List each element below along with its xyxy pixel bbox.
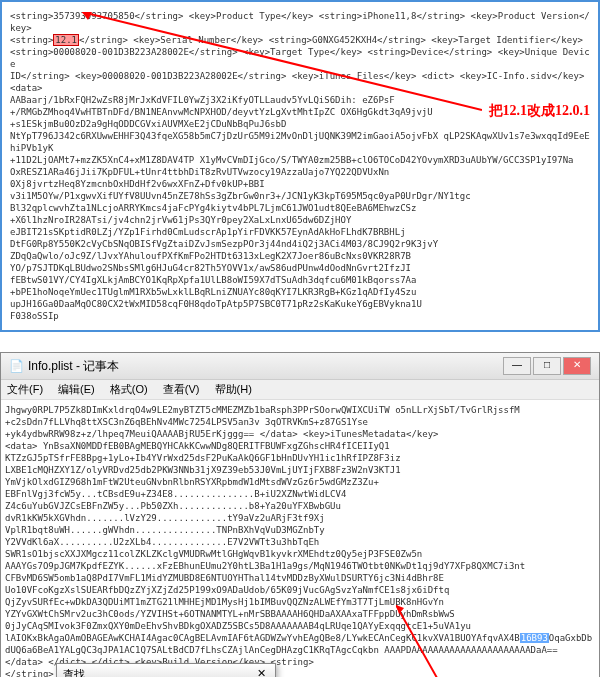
text-line: DtFG0Rp8Y550K2cVyCbSNqOBISfVgZtaiDZvJsmS… — [10, 239, 438, 249]
text-line: +X6l1hzNroIR28ATsi/jv4chn2jrVw61jPs3QYr0… — [10, 215, 351, 225]
menu-edit[interactable]: 编辑(E) — [58, 383, 95, 395]
text-line: eJBIT21sSKptidR0LZj/YZp1Firhd0CmLudscrAp… — [10, 227, 406, 237]
text-line: OxRESZ1ARa46jJii7KpDFUL+tUnr4ttbhDiT8zRv… — [10, 167, 389, 177]
find-close-button[interactable]: ✕ — [253, 667, 269, 677]
notepad-window: 📄 Info.plist - 记事本 — □ ✕ 文件(F) 编辑(E) 格式(… — [0, 352, 600, 677]
minimize-button[interactable]: — — [503, 357, 531, 375]
text-line: Bl32qplcwvhZta1NLcjoARRYKmcs4jaFcPYg4kiy… — [10, 203, 416, 213]
highlight-12-1: 12.1 — [53, 34, 79, 46]
find-dialog: 查找 ✕ 查找内容(N): 查找下一个(F) 区分大小写(C) 方向 向上(U)… — [56, 663, 276, 677]
text-line: NtYpT796J342c6RXUwwEHHF3Q43fqeXG58b5mC7j… — [10, 131, 590, 153]
text-line: <string>00008020-001D3B223A28002E</strin… — [10, 47, 590, 69]
text-line: <string>357393093705850</string> <key>Pr… — [10, 11, 590, 33]
text-line: ID</string> <key>00008020-001D3B223A2800… — [10, 71, 584, 93]
text-line: v3i1M5OYw/P1xgwvXifUYfV8UUvn45nZE78hSs3g… — [10, 191, 471, 201]
text-line: </string> <key>Serial Number</key> <stri… — [79, 35, 583, 45]
text-line: +bPE1hoNoqeYmUec1TUglmM1RXb5wLxklLBqRLni… — [10, 287, 416, 297]
notepad-content[interactable]: Jhgwy0RPL7P5Zk8DImKxldrqO4w9LE2myBTZT5cM… — [1, 400, 599, 677]
file-icon: 📄 — [9, 359, 24, 373]
text-line: +s1ESkjmBu0OzD2a9gHqODDCGVxiAUVMXeE2jCDu… — [10, 119, 286, 129]
menu-help[interactable]: 帮助(H) — [215, 383, 252, 395]
text-line: +11D2LjOAMt7+mzZK5XnC4+xM1Z8DAV4TP X1yMv… — [10, 155, 574, 165]
top-content: <string>357393093705850</string> <key>Pr… — [6, 6, 594, 326]
text-line: ZDqQaQwlo/oJc9Z/lJvxYAhuloufPXfKmFPo2HTD… — [10, 251, 411, 261]
find-title-text: 查找 — [63, 667, 85, 677]
menu-view[interactable]: 查看(V) — [163, 383, 200, 395]
text-line: F038oSSIp — [10, 311, 59, 321]
text-line: fEBtwS01VY/CY4IgXLkjAmBCYO1KqRpXpfa1UlLB… — [10, 275, 416, 285]
top-panel: <string>357393093705850</string> <key>Pr… — [0, 0, 600, 332]
close-button[interactable]: ✕ — [563, 357, 591, 375]
window-title: Info.plist - 记事本 — [28, 358, 119, 375]
menu-file[interactable]: 文件(F) — [7, 383, 43, 395]
text-line: upJH16Ga0DaaMqOC80CX2tWxMID58cqF0H8qdoTp… — [10, 299, 422, 309]
text-line: +/RMGbZMhoq4VwHTBTnDFd/BN1NEAnvwMcNPXHOD… — [10, 107, 433, 117]
text-line: YO/p7SJTDKqLBUdwo2SNbsSMlg6HJuG4cr82Th5Y… — [10, 263, 411, 273]
titlebar: 📄 Info.plist - 记事本 — □ ✕ — [1, 353, 599, 380]
text-line: AABaarj/1bRxFQH2wZsR8jMrJxKdVFIL0YwZj3X2… — [10, 95, 395, 105]
text-line: 0Xj8jvrtzHeq8YzmcnbOxHDdHf2v6wxXFnZ+Dfv0… — [10, 179, 265, 189]
menubar: 文件(F) 编辑(E) 格式(O) 查看(V) 帮助(H) — [1, 380, 599, 400]
annotation-1: 把12.1改成12.0.1 — [489, 102, 591, 120]
menu-format[interactable]: 格式(O) — [110, 383, 148, 395]
find-titlebar: 查找 ✕ — [57, 664, 275, 677]
text-line: <string> — [10, 35, 53, 45]
highlight-16b93: 16B93 — [520, 633, 549, 643]
maximize-button[interactable]: □ — [533, 357, 561, 375]
